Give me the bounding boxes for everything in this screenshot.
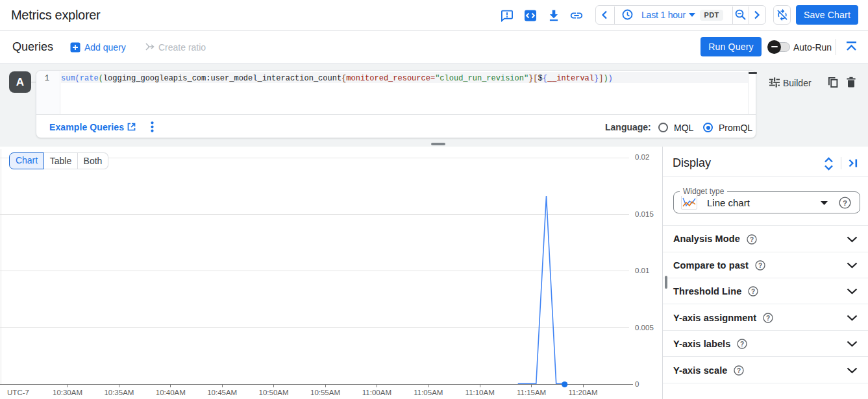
svg-text:11:15AM: 11:15AM bbox=[517, 389, 546, 396]
svg-text:?: ? bbox=[843, 199, 847, 207]
svg-text:10:35AM: 10:35AM bbox=[104, 389, 134, 396]
svg-text:0.005: 0.005 bbox=[635, 324, 654, 332]
svg-text:0.015: 0.015 bbox=[635, 210, 654, 218]
svg-text:10:55AM: 10:55AM bbox=[310, 389, 340, 396]
svg-text:10:50AM: 10:50AM bbox=[259, 389, 289, 396]
svg-text:?: ? bbox=[751, 288, 755, 295]
svg-text:?: ? bbox=[750, 236, 754, 243]
svg-text:0: 0 bbox=[635, 380, 639, 388]
svg-text:UTC-7: UTC-7 bbox=[7, 389, 29, 396]
svg-text:10:30AM: 10:30AM bbox=[53, 389, 82, 396]
svg-text:0.02: 0.02 bbox=[635, 153, 649, 161]
svg-text:?: ? bbox=[758, 262, 762, 269]
svg-text:11:20AM: 11:20AM bbox=[568, 389, 597, 396]
svg-text:?: ? bbox=[766, 315, 770, 322]
svg-text:0.01: 0.01 bbox=[635, 267, 649, 274]
svg-text:11:00AM: 11:00AM bbox=[362, 389, 391, 396]
svg-text:?: ? bbox=[737, 367, 741, 374]
svg-text:11:05AM: 11:05AM bbox=[414, 389, 443, 396]
svg-text:10:40AM: 10:40AM bbox=[156, 389, 186, 396]
svg-text:10:45AM: 10:45AM bbox=[207, 389, 237, 396]
svg-text:11:10AM: 11:10AM bbox=[465, 389, 495, 396]
svg-text:?: ? bbox=[740, 341, 744, 348]
